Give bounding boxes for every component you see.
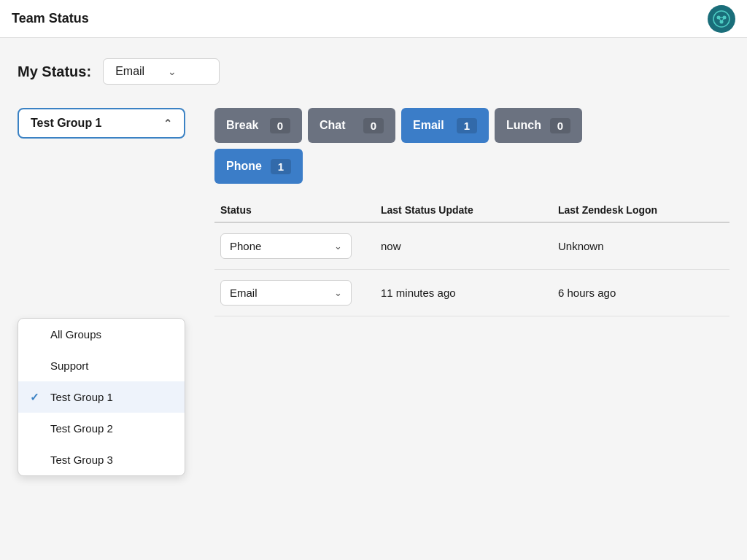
row-2-last-logon: 6 hours ago xyxy=(552,287,729,299)
group-selector-wrapper: Test Group 1 ⌃ All Groups Support Test G… xyxy=(18,108,185,316)
row-1-status-dropdown[interactable]: Phone ⌄ xyxy=(220,233,352,259)
badge-break[interactable]: Break 0 xyxy=(214,108,302,143)
row-2-status-value: Email xyxy=(230,287,258,299)
badge-break-count: 0 xyxy=(270,118,290,133)
badge-chat[interactable]: Chat 0 xyxy=(308,108,395,143)
group-selector-value: Test Group 1 xyxy=(31,117,102,130)
row-2-status-cell: Email ⌄ xyxy=(214,280,375,306)
main-content: My Status: Email ⌄ Test Group 1 ⌃ All Gr… xyxy=(0,38,747,337)
group-option-all-groups[interactable]: All Groups xyxy=(18,319,185,350)
table-row: Email ⌄ 11 minutes ago 6 hours ago xyxy=(214,270,729,316)
right-panel: Break 0 Chat 0 Email 1 Lunch 0 xyxy=(214,108,729,316)
svg-point-0 xyxy=(713,11,729,27)
table-row: Phone ⌄ now Unknown xyxy=(214,223,729,270)
chevron-down-icon: ⌄ xyxy=(334,241,342,252)
app-header: Team Status xyxy=(0,0,747,38)
row-1-status-cell: Phone ⌄ xyxy=(214,233,375,259)
my-status-value: Email xyxy=(115,65,144,78)
badges-row-1: Break 0 Chat 0 Email 1 Lunch 0 xyxy=(214,108,729,143)
col-last-update-header: Last Status Update xyxy=(375,204,552,216)
chevron-down-icon: ⌄ xyxy=(334,287,342,298)
group-dropdown: All Groups Support Test Group 1 Test Gro… xyxy=(18,318,185,476)
row-1-last-logon: Unknown xyxy=(552,240,729,252)
avatar[interactable] xyxy=(708,5,735,33)
content-area: Test Group 1 ⌃ All Groups Support Test G… xyxy=(18,108,729,316)
badge-lunch[interactable]: Lunch 0 xyxy=(495,108,582,143)
badge-email-label: Email xyxy=(413,119,448,132)
badge-phone-label: Phone xyxy=(226,160,262,173)
row-1-status-value: Phone xyxy=(230,240,261,252)
badge-email[interactable]: Email 1 xyxy=(401,108,489,143)
row-2-last-update: 11 minutes ago xyxy=(375,287,552,299)
my-status-dropdown[interactable]: Email ⌄ xyxy=(103,58,220,85)
chevron-down-icon: ⌄ xyxy=(168,66,177,77)
group-option-support[interactable]: Support xyxy=(18,350,185,381)
badge-lunch-label: Lunch xyxy=(506,119,541,132)
page-title: Team Status xyxy=(12,11,89,26)
badge-phone[interactable]: Phone 1 xyxy=(214,149,303,184)
my-status-label: My Status: xyxy=(18,63,91,80)
row-1-last-update: now xyxy=(375,240,552,252)
col-status-header: Status xyxy=(214,204,375,216)
agents-table: Status Last Status Update Last Zendesk L… xyxy=(214,198,729,316)
chevron-up-icon: ⌃ xyxy=(163,117,172,129)
my-status-row: My Status: Email ⌄ xyxy=(18,58,729,85)
badge-phone-count: 1 xyxy=(271,159,291,174)
badges-row-2: Phone 1 xyxy=(214,149,729,184)
row-2-status-dropdown[interactable]: Email ⌄ xyxy=(220,280,352,306)
badge-lunch-count: 0 xyxy=(550,118,570,133)
badge-chat-count: 0 xyxy=(363,118,384,133)
group-selector-button[interactable]: Test Group 1 ⌃ xyxy=(18,108,185,139)
badge-chat-label: Chat xyxy=(320,119,355,132)
group-option-test-group-2[interactable]: Test Group 2 xyxy=(18,413,185,444)
table-header: Status Last Status Update Last Zendesk L… xyxy=(214,198,729,223)
group-option-test-group-3[interactable]: Test Group 3 xyxy=(18,444,185,475)
badge-break-label: Break xyxy=(226,119,261,132)
group-option-test-group-1[interactable]: Test Group 1 xyxy=(18,381,185,413)
col-last-logon-header: Last Zendesk Logon xyxy=(552,204,729,216)
badge-email-count: 1 xyxy=(457,118,477,133)
